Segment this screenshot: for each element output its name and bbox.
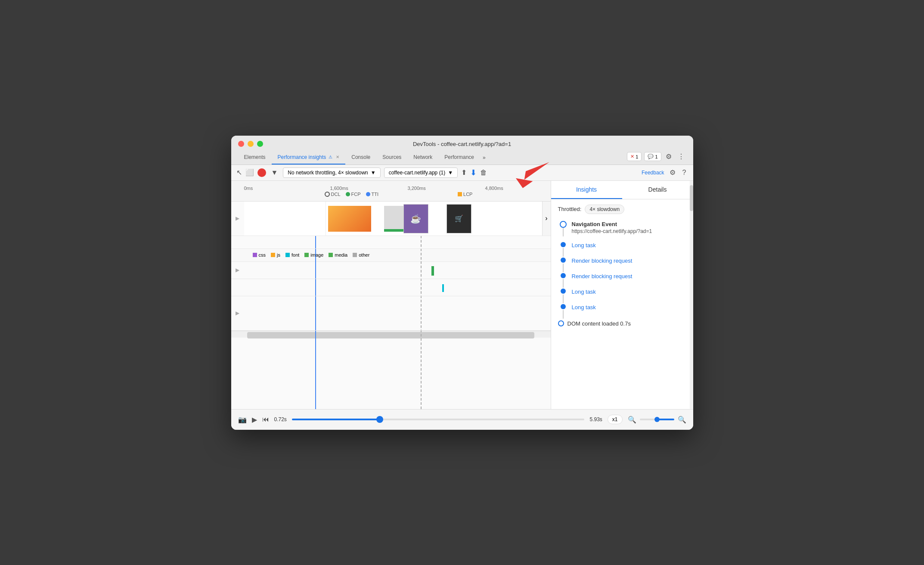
slider-track[interactable]: [292, 419, 585, 420]
feedback-link[interactable]: Feedback: [642, 170, 664, 176]
long-task-2-link[interactable]: Long task: [572, 289, 596, 295]
long-task-2-content[interactable]: Long task: [568, 288, 686, 302]
long-task-3-content[interactable]: Long task: [568, 303, 686, 318]
speed-badge[interactable]: x1: [608, 415, 623, 424]
tab-network[interactable]: Network: [407, 151, 438, 165]
chevron-down-icon: ▼: [371, 170, 376, 176]
tab-sources[interactable]: Sources: [376, 151, 407, 165]
record-dropdown-icon[interactable]: ▼: [270, 168, 280, 177]
expand-row-4[interactable]: [231, 279, 244, 296]
long-task-1-dot: [561, 242, 566, 247]
nav-event-item: Navigation Event https://coffee-cart.net…: [558, 221, 686, 241]
expand-row-2[interactable]: [231, 236, 244, 248]
long-task-2-dot: [561, 289, 566, 294]
legend-other: other: [353, 252, 369, 258]
render-block-1-item: Render blocking request: [558, 257, 686, 272]
other-color: [353, 253, 357, 257]
render-block-2-item: Render blocking request: [558, 272, 686, 288]
url-dropdown[interactable]: coffee-cart.netlify.app (1) ▼: [384, 168, 458, 178]
network-content-1: [244, 236, 551, 248]
tti-milestone: TTI: [366, 192, 379, 197]
cursor-icon[interactable]: ↖: [236, 168, 242, 177]
panel-tab-insights[interactable]: Insights: [551, 181, 622, 199]
long-task-1-vline: [563, 248, 564, 257]
playback-slider[interactable]: [292, 419, 585, 420]
render-block-2-line: Render blocking request: [558, 272, 686, 288]
network-row-3: [231, 279, 551, 296]
skip-start-icon[interactable]: ⏮: [262, 416, 269, 423]
window-title: DevTools - coffee-cart.netlify.app/?ad=1: [413, 141, 511, 147]
dcl-milestone: DCL: [325, 192, 341, 197]
render-block-1-vert: [558, 257, 568, 272]
nav-event-title: Navigation Event: [572, 221, 686, 227]
expand-row-3[interactable]: ▶: [231, 262, 244, 279]
render-block-1-vline: [563, 264, 564, 272]
legend-row: css js font image: [231, 249, 551, 262]
download-icon[interactable]: ⬇: [470, 168, 477, 177]
tab-performance-insights[interactable]: Performance insights ⚠ ✕: [272, 151, 346, 165]
zoom-slider-thumb[interactable]: [654, 417, 660, 422]
render-block-2-dot: [561, 273, 566, 278]
timeline-scrollbar[interactable]: [231, 331, 551, 338]
legend-image: image: [304, 252, 323, 258]
timeline-body[interactable]: ▶ ☕: [231, 202, 551, 409]
thumb-purple: ☕: [403, 204, 428, 233]
upload-icon[interactable]: ⬆: [461, 168, 467, 177]
render-block-2-content[interactable]: Render blocking request: [568, 272, 686, 287]
error-badge[interactable]: ✕ 1: [627, 152, 642, 161]
inspect-icon[interactable]: ⬜: [245, 168, 254, 177]
tab-elements[interactable]: Elements: [238, 151, 272, 165]
more-options-icon[interactable]: ⋮: [676, 152, 686, 161]
help-icon[interactable]: ?: [681, 168, 688, 177]
expand-row-5[interactable]: ▶: [231, 296, 244, 330]
zoom-in-icon[interactable]: 🔍: [678, 416, 686, 424]
long-task-3-link[interactable]: Long task: [572, 304, 596, 310]
tab-close-icon[interactable]: ✕: [336, 155, 339, 159]
panel-tab-details[interactable]: Details: [622, 181, 693, 199]
panel-scrollbar-track: [690, 181, 693, 409]
media-color: [329, 253, 333, 257]
expand-right-icon[interactable]: ›: [542, 202, 551, 236]
filmstrip-content: ☕ 🛒: [244, 202, 542, 236]
settings-gear-icon[interactable]: ⚙: [668, 168, 677, 177]
tabs-more-button[interactable]: »: [480, 151, 488, 164]
render-block-1-content[interactable]: Render blocking request: [568, 257, 686, 271]
nav-circle: [560, 221, 567, 228]
empty-row-1: ▶: [231, 296, 551, 331]
panel-scrollbar-thumb[interactable]: [690, 185, 693, 211]
empty-content-1: [244, 296, 551, 330]
zoom-out-icon[interactable]: 🔍: [628, 416, 636, 424]
lcp-milestone: LCP: [458, 192, 472, 197]
message-badge[interactable]: 💬 1: [644, 152, 661, 161]
long-task-1-content[interactable]: Long task: [568, 241, 686, 256]
delete-icon[interactable]: 🗑: [480, 169, 487, 177]
render-block-2-link[interactable]: Render blocking request: [572, 273, 633, 279]
maximize-button[interactable]: [257, 141, 263, 147]
long-task-3-vert: [558, 303, 568, 319]
tab-performance[interactable]: Performance: [438, 151, 480, 165]
long-task-1-item: Long task: [558, 241, 686, 257]
minimize-button[interactable]: [248, 141, 254, 147]
throttle-dropdown[interactable]: No network throttling, 4× slowdown ▼: [283, 168, 380, 178]
zoom-slider-track[interactable]: [640, 419, 674, 420]
fcp-milestone: FCP: [346, 192, 361, 197]
render-block-1-link[interactable]: Render blocking request: [572, 258, 633, 264]
title-bar: DevTools - coffee-cart.netlify.app/?ad=1…: [231, 136, 693, 165]
long-task-3-vline: [563, 310, 564, 319]
screenshot-toggle-icon[interactable]: 📷: [238, 416, 247, 424]
record-button[interactable]: [257, 168, 266, 177]
expand-row-1[interactable]: ▶: [231, 202, 244, 236]
marker-4800ms: 4,800ms: [485, 186, 503, 191]
play-icon[interactable]: ▶: [252, 416, 257, 424]
tab-console[interactable]: Console: [345, 151, 376, 165]
close-button[interactable]: [238, 141, 244, 147]
panel-body[interactable]: Throttled: 4× slowdown Navigation Event …: [551, 199, 693, 409]
font-color: [285, 253, 290, 257]
long-task-1-link[interactable]: Long task: [572, 242, 596, 248]
settings-icon[interactable]: ⚙: [664, 152, 673, 161]
nav-event-content: Navigation Event https://coffee-cart.net…: [568, 221, 686, 241]
slider-thumb[interactable]: [376, 416, 383, 423]
long-task-3-dot: [561, 304, 566, 309]
dom-circle: [558, 320, 564, 326]
long-task-1-line: Long task: [558, 241, 686, 257]
